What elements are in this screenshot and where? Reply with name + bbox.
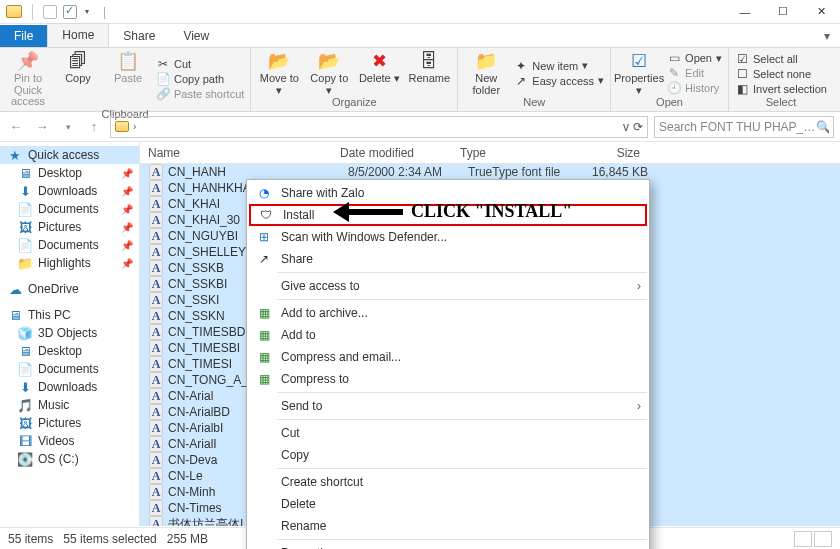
sidebar-item[interactable]: 🖥Desktop📌 <box>0 164 139 182</box>
chevron-right-icon[interactable]: › <box>133 121 136 132</box>
sidebar-item[interactable]: ⬇Downloads <box>0 378 139 396</box>
address-dropdown-button[interactable]: v <box>623 120 629 134</box>
invert-selection-button[interactable]: ◧Invert selection <box>735 82 827 96</box>
ribbon: 📌Pin to Quick access 🗐Copy 📋Paste ✂Cut 📄… <box>0 48 840 112</box>
select-none-button[interactable]: ☐Select none <box>735 67 827 81</box>
cm-copy[interactable]: Copy <box>249 444 647 466</box>
cm-compress-to[interactable]: ▦Compress to <box>249 368 647 390</box>
cm-cut[interactable]: Cut <box>249 422 647 444</box>
sidebar-item[interactable]: 📄Documents📌 <box>0 200 139 218</box>
sidebar-item[interactable]: 💽OS (C:) <box>0 450 139 468</box>
column-type[interactable]: Type <box>460 146 580 160</box>
recent-locations-button[interactable]: ▾ <box>58 117 78 137</box>
paste-button[interactable]: 📋Paste <box>106 50 150 85</box>
shield-icon: 🛡 <box>257 208 275 222</box>
cm-add-archive[interactable]: ▦Add to archive... <box>249 302 647 324</box>
sidebar-item[interactable]: 🖼Pictures📌 <box>0 218 139 236</box>
font-file-icon <box>148 293 164 308</box>
properties-button[interactable]: ☑Properties ▾ <box>617 50 661 96</box>
delete-button[interactable]: ✖Delete ▾ <box>357 50 401 85</box>
item-icon: 🎵 <box>18 398 32 412</box>
ribbon-group-new: 📁New folder ✦New item ▾ ↗Easy access ▾ N… <box>458 48 611 111</box>
cm-give-access[interactable]: Give access to› <box>249 275 647 297</box>
qat-slot[interactable] <box>43 5 57 19</box>
sidebar-item[interactable]: 🎞Videos <box>0 432 139 450</box>
copy-path-button[interactable]: 📄Copy path <box>156 72 244 86</box>
new-item-button[interactable]: ✦New item ▾ <box>514 59 604 73</box>
sidebar-item[interactable]: 📄Documents📌 <box>0 236 139 254</box>
cm-rename[interactable]: Rename <box>249 515 647 537</box>
address-bar[interactable]: › v ⟳ <box>110 116 648 138</box>
sidebar-onedrive[interactable]: ☁OneDrive <box>0 280 139 298</box>
font-file-icon <box>148 453 164 468</box>
chevron-down-icon[interactable]: ▾ <box>85 7 89 16</box>
cm-send-to[interactable]: Send to› <box>249 395 647 417</box>
cm-defender[interactable]: ⊞Scan with Windows Defender... <box>249 226 647 248</box>
cm-share-zalo[interactable]: ◔Share with Zalo <box>249 182 647 204</box>
sidebar-item[interactable]: 🧊3D Objects <box>0 324 139 342</box>
sidebar-item[interactable]: ⬇Downloads📌 <box>0 182 139 200</box>
shortcut-icon: 🔗 <box>156 87 170 101</box>
edit-button[interactable]: ✎Edit <box>667 66 722 80</box>
copy-to-button[interactable]: 📂Copy to ▾ <box>307 50 351 96</box>
qat-checkbox[interactable] <box>63 5 77 19</box>
search-input[interactable]: Search FONT THU PHAP_TIEN… 🔍 <box>654 116 834 138</box>
cm-share[interactable]: ↗Share <box>249 248 647 270</box>
item-icon: 📁 <box>18 256 32 270</box>
cm-properties[interactable]: Properties <box>249 542 647 549</box>
sidebar-item[interactable]: 🎵Music <box>0 396 139 414</box>
copy-button[interactable]: 🗐Copy <box>56 50 100 85</box>
easy-access-icon: ↗ <box>514 74 528 88</box>
cm-add-to[interactable]: ▦Add to <box>249 324 647 346</box>
cm-create-shortcut[interactable]: Create shortcut <box>249 471 647 493</box>
item-icon: 📄 <box>18 202 32 216</box>
ribbon-collapse-icon[interactable]: ▾ <box>814 25 840 47</box>
close-button[interactable]: ✕ <box>802 0 840 24</box>
tab-view[interactable]: View <box>169 25 223 47</box>
sidebar-quick-access[interactable]: ★Quick access <box>0 146 139 164</box>
table-row[interactable]: CN_HANH8/5/2000 2:34 AMTrueType font fil… <box>140 164 840 180</box>
sidebar-item[interactable]: 🖥Desktop <box>0 342 139 360</box>
sidebar-this-pc[interactable]: 🖥This PC <box>0 306 139 324</box>
minimize-button[interactable]: — <box>726 0 764 24</box>
sidebar-item[interactable]: 📁Highlights📌 <box>0 254 139 272</box>
paste-shortcut-button[interactable]: 🔗Paste shortcut <box>156 87 244 101</box>
cut-button[interactable]: ✂Cut <box>156 57 244 71</box>
new-item-icon: ✦ <box>514 59 528 73</box>
search-placeholder: Search FONT THU PHAP_TIEN… <box>659 120 816 134</box>
open-button[interactable]: ▭Open ▾ <box>667 51 722 65</box>
path-icon: 📄 <box>156 72 170 86</box>
maximize-button[interactable]: ☐ <box>764 0 802 24</box>
move-to-button[interactable]: 📂Move to ▾ <box>257 50 301 96</box>
easy-access-button[interactable]: ↗Easy access ▾ <box>514 74 604 88</box>
back-button[interactable]: ← <box>6 117 26 137</box>
sidebar-item[interactable]: 🖼Pictures <box>0 414 139 432</box>
column-size[interactable]: Size <box>580 146 650 160</box>
refresh-button[interactable]: ⟳ <box>633 120 643 134</box>
cm-install[interactable]: 🛡Install <box>249 204 647 226</box>
tab-share[interactable]: Share <box>109 25 169 47</box>
column-headers[interactable]: Name Date modified Type Size <box>140 142 840 164</box>
new-folder-button[interactable]: 📁New folder <box>464 50 508 96</box>
group-label: Open <box>617 96 722 109</box>
tab-home[interactable]: Home <box>47 23 109 47</box>
select-all-button[interactable]: ☑Select all <box>735 52 827 66</box>
sidebar-item[interactable]: 📄Documents <box>0 360 139 378</box>
tiles-view-button[interactable] <box>814 531 832 547</box>
up-button[interactable]: ↑ <box>84 117 104 137</box>
item-icon: 🧊 <box>18 326 32 340</box>
column-date[interactable]: Date modified <box>340 146 460 160</box>
font-file-icon <box>148 229 164 244</box>
search-icon: 🔍 <box>816 120 829 134</box>
forward-button[interactable]: → <box>32 117 52 137</box>
details-view-button[interactable] <box>794 531 812 547</box>
history-button[interactable]: 🕘History <box>667 81 722 95</box>
column-name[interactable]: Name <box>140 146 340 160</box>
cm-delete[interactable]: Delete <box>249 493 647 515</box>
tab-file[interactable]: File <box>0 25 47 47</box>
cm-compress-email[interactable]: ▦Compress and email... <box>249 346 647 368</box>
rename-button[interactable]: 🗄Rename <box>407 50 451 85</box>
file-type: TrueType font file <box>468 165 588 179</box>
archive-icon: ▦ <box>255 372 273 386</box>
pin-to-quick-access-button[interactable]: 📌Pin to Quick access <box>6 50 50 108</box>
